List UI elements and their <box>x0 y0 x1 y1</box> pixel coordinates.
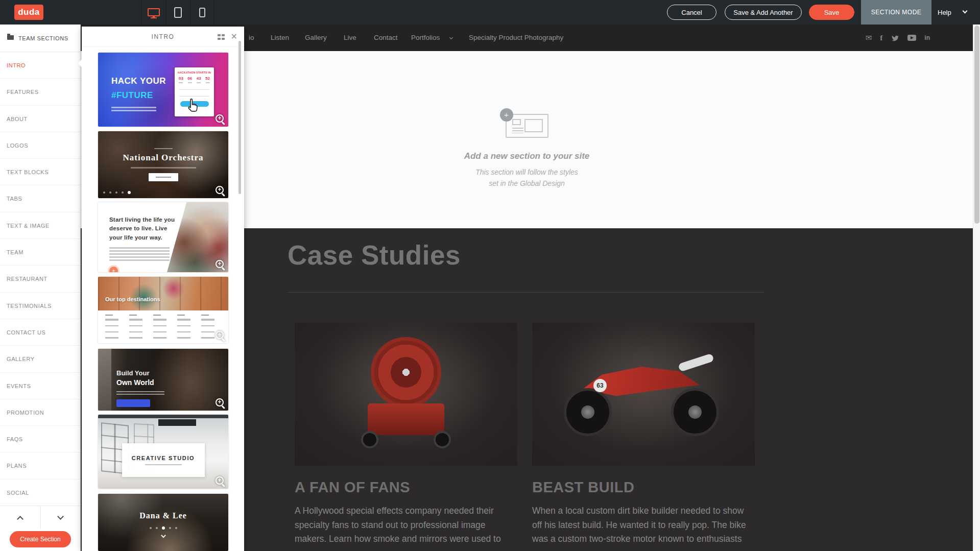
sidebar-item-team[interactable]: TEAM <box>0 239 80 266</box>
thumb-title: Start living the life you deserve to liv… <box>109 215 178 242</box>
sidebar-item-plans[interactable]: PLANS <box>0 452 80 479</box>
heading-divider <box>288 292 763 293</box>
thumb-title: HACK YOUR <box>111 76 166 86</box>
fan-cage-shape <box>371 337 441 408</box>
site-nav-item-gallery[interactable]: Gallery <box>305 25 327 51</box>
sidebar-item-social[interactable]: SOCIAL <box>0 480 80 506</box>
sidebar-item-contact-us[interactable]: CONTACT US <box>0 319 80 346</box>
sections-sidebar: TEAM SECTIONS INTRO FEATURES ABOUT LOGOS… <box>0 25 81 551</box>
panel-scrollbar[interactable] <box>238 41 241 194</box>
chevron-up-icon <box>17 516 23 522</box>
countdown-value: 06 <box>187 76 192 83</box>
cta-button-placeholder <box>180 101 209 107</box>
tablet-preview-button[interactable] <box>165 0 190 25</box>
bike-wheel-shape <box>671 388 719 436</box>
text-placeholder-lines <box>116 391 164 396</box>
preview-magnifier-icon[interactable] <box>216 186 224 194</box>
panel-title: INTRO <box>82 27 244 47</box>
sidebar-item-gallery[interactable]: GALLERY <box>0 346 80 372</box>
create-section-button[interactable]: Create Section <box>10 531 71 547</box>
preview-magnifier-icon[interactable] <box>216 398 224 406</box>
page-scrollbar-thumb[interactable] <box>974 26 979 224</box>
plus-button-placeholder: + <box>109 267 118 272</box>
sidebar-header: TEAM SECTIONS <box>0 25 80 52</box>
case-study-text: A Hollywood special effects company need… <box>295 504 517 546</box>
template-thumb-own-world[interactable]: Build Your Own World <box>98 349 228 411</box>
panel-header: INTRO ✕ <box>82 27 244 47</box>
template-thumb-dana-lee[interactable]: Dana & Lee <box>98 494 228 551</box>
thumb-title: National Orchestra <box>98 153 228 163</box>
wireframe-image-box <box>512 119 521 125</box>
sidebar-item-restaurant[interactable]: RESTAURANT <box>0 266 80 292</box>
site-social-icons: ✉ f in <box>866 25 930 51</box>
portfolios-chevron-down-icon[interactable] <box>449 36 453 39</box>
scroll-down-button[interactable] <box>40 506 81 529</box>
section-wireframe-icon: + <box>506 114 548 138</box>
wireframe-text-lines <box>512 128 523 133</box>
ornament-line <box>154 148 173 149</box>
email-icon[interactable]: ✉ <box>866 33 872 42</box>
fan-wheel-shape <box>434 431 451 448</box>
sidebar-item-faqs[interactable]: FAQS <box>0 426 80 452</box>
carousel-dots <box>150 526 177 530</box>
sidebar-item-features[interactable]: FEATURES <box>0 79 80 105</box>
duda-logo[interactable]: duda <box>14 5 43 20</box>
cancel-button[interactable]: Cancel <box>667 5 716 20</box>
page-scrollbar[interactable] <box>973 25 980 551</box>
template-thumb-destinations[interactable]: Our top destinations <box>98 277 228 343</box>
site-nav-item-listen[interactable]: Listen <box>271 25 289 51</box>
fan-wheel-shape <box>361 431 378 448</box>
template-thumb-lifestyle[interactable]: Start living the life you deserve to liv… <box>98 202 228 272</box>
cta-button-placeholder <box>149 173 178 181</box>
save-add-another-button[interactable]: Save & Add Another <box>725 5 802 20</box>
sidebar-item-logos[interactable]: LOGOS <box>0 132 80 159</box>
save-button[interactable]: Save <box>809 5 854 20</box>
template-thumb-orchestra[interactable]: National Orchestra <box>98 131 228 198</box>
facebook-icon[interactable]: f <box>880 34 882 42</box>
text-placeholder-line <box>131 167 196 169</box>
countdown-digit: 03 <box>179 76 183 81</box>
sidebar-item-about[interactable]: ABOUT <box>0 106 80 132</box>
template-thumb-hackathon[interactable]: HACK YOUR #FUTURE HACKATHON STARTS IN 03… <box>98 53 228 127</box>
template-thumb-creative-studio[interactable]: CREATIVE STUDIO <box>98 415 228 489</box>
twitter-icon[interactable] <box>891 34 899 42</box>
case-study-title: BEAST BUILD <box>532 479 755 496</box>
sidebar-item-text-blocks[interactable]: TEXT BLOCKS <box>0 159 80 185</box>
desktop-preview-button[interactable] <box>141 0 165 25</box>
countdown-digit: 43 <box>197 76 201 81</box>
case-study-card-fan: A FAN OF FANS A Hollywood special effect… <box>295 323 517 546</box>
linkedin-icon[interactable]: in <box>924 34 930 41</box>
preview-magnifier-icon[interactable] <box>216 476 224 485</box>
help-menu[interactable]: Help <box>938 0 951 25</box>
preview-magnifier-icon[interactable] <box>216 114 224 123</box>
sidebar-item-tabs[interactable]: TABS <box>0 185 80 212</box>
site-nav-item-portfolios[interactable]: Portfolios <box>411 25 440 51</box>
preview-magnifier-icon[interactable] <box>216 260 224 268</box>
mobile-preview-button[interactable] <box>190 0 214 25</box>
sidebar-item-promotion[interactable]: PROMOTION <box>0 399 80 426</box>
site-nav-item-contact[interactable]: Contact <box>374 25 398 51</box>
help-chevron-down-icon[interactable] <box>963 9 968 14</box>
sidebar-item-testimonials[interactable]: TESTIMONIALS <box>0 293 80 319</box>
scroll-up-button[interactable] <box>0 506 40 529</box>
close-icon[interactable]: ✕ <box>231 32 237 41</box>
site-nav-item-specialty[interactable]: Specialty Product Photography <box>469 25 563 51</box>
street-photo-placeholder <box>98 277 228 310</box>
countdown-value: 52 <box>205 76 210 83</box>
youtube-icon[interactable] <box>907 35 916 41</box>
site-nav-item-partial[interactable]: io <box>249 25 254 51</box>
wireframe-media-box <box>524 119 543 132</box>
sidebar-item-events[interactable]: EVENTS <box>0 373 80 399</box>
sidebar-item-intro[interactable]: INTRO <box>0 52 80 79</box>
preview-magnifier-icon[interactable] <box>216 331 224 339</box>
layout-toggle-icon[interactable] <box>218 34 221 36</box>
case-study-text: When a local custom dirt bike builder ne… <box>532 504 755 546</box>
sidebar-item-text-image[interactable]: TEXT & IMAGE <box>0 212 80 239</box>
bike-fender-shape <box>678 353 714 372</box>
scroll-down-chevron-icon <box>161 533 166 538</box>
bike-wheel-shape <box>564 388 612 436</box>
site-nav-item-live[interactable]: Live <box>344 25 356 51</box>
case-study-card-bike: 63 BEAST BUILD When a local custom dirt … <box>532 323 755 546</box>
desktop-icon <box>148 8 160 16</box>
carousel-dots <box>103 191 131 194</box>
